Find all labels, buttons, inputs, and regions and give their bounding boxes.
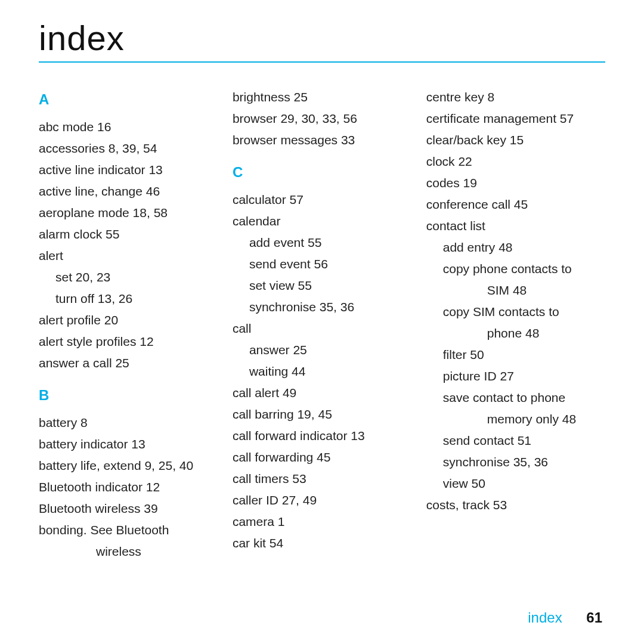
- index-subentry: send contact 51: [426, 430, 605, 451]
- index-subentry: set 20, 23: [39, 267, 206, 288]
- index-subentry: answer 25: [233, 339, 400, 361]
- index-subentry: add entry 48: [426, 237, 605, 258]
- index-entry: Bluetooth indicator 12: [39, 476, 206, 498]
- index-subentry: copy SIM contacts to: [426, 301, 605, 323]
- index-subentry: synchronise 35, 36: [233, 296, 400, 318]
- index-entry: bonding. See Bluetooth: [39, 519, 206, 541]
- index-entry: alert profile 20: [39, 309, 206, 331]
- column-1: A abc mode 16 accessories 8, 39, 54 acti…: [39, 86, 206, 562]
- index-entry: battery 8: [39, 412, 206, 434]
- index-entry: browser messages 33: [233, 129, 400, 151]
- index-subentry: picture ID 27: [426, 366, 605, 387]
- letter-b: B: [39, 385, 206, 406]
- index-entry: brightness 25: [233, 86, 400, 108]
- index-entry: centre key 8: [426, 86, 605, 108]
- index-subentry: set view 55: [233, 275, 400, 296]
- index-entry: call alert 49: [233, 382, 400, 404]
- index-subentry: copy phone contacts to: [426, 258, 605, 280]
- page-title: index: [39, 18, 605, 58]
- index-entry: battery life, extend 9, 25, 40: [39, 455, 206, 476]
- index-entry: aeroplane mode 18, 58: [39, 202, 206, 224]
- index-entry: call barring 19, 45: [233, 404, 400, 425]
- index-subentry-cont: phone 48: [426, 323, 605, 344]
- index-entry: call forwarding 45: [233, 447, 400, 468]
- index-entry: alert style profiles 12: [39, 331, 206, 352]
- index-columns: A abc mode 16 accessories 8, 39, 54 acti…: [39, 86, 605, 562]
- index-entry: caller ID 27, 49: [233, 490, 400, 511]
- index-entry: conference call 45: [426, 194, 605, 215]
- index-entry: certificate management 57: [426, 108, 605, 129]
- index-entry: alarm clock 55: [39, 224, 206, 245]
- index-entry: active line, change 46: [39, 181, 206, 202]
- index-entry: calendar: [233, 210, 400, 232]
- index-subentry-cont: SIM 48: [426, 280, 605, 301]
- index-subentry: send event 56: [233, 253, 400, 275]
- index-entry: accessories 8, 39, 54: [39, 138, 206, 159]
- index-entry: call: [233, 318, 400, 339]
- index-entry: battery indicator 13: [39, 434, 206, 455]
- index-entry: alert: [39, 245, 206, 267]
- letter-a: A: [39, 89, 206, 110]
- footer-section-label: index: [528, 609, 562, 626]
- index-subentry: filter 50: [426, 344, 605, 366]
- index-entry: clock 22: [426, 151, 605, 172]
- index-entry: call forward indicator 13: [233, 425, 400, 447]
- index-entry: call timers 53: [233, 468, 400, 490]
- column-3: centre key 8 certificate management 57 c…: [426, 86, 605, 562]
- index-entry: costs, track 53: [426, 494, 605, 516]
- index-entry: active line indicator 13: [39, 159, 206, 181]
- index-entry: clear/back key 15: [426, 129, 605, 151]
- index-entry: Bluetooth wireless 39: [39, 498, 206, 519]
- index-entry: camera 1: [233, 511, 400, 532]
- index-entry: calculator 57: [233, 189, 400, 210]
- letter-c: C: [233, 162, 400, 183]
- page-footer: index 61: [528, 609, 602, 626]
- index-subentry: add event 55: [233, 232, 400, 253]
- index-entry: car kit 54: [233, 532, 400, 554]
- index-subentry: synchronise 35, 36: [426, 451, 605, 473]
- index-entry: browser 29, 30, 33, 56: [233, 108, 400, 129]
- index-subentry: wireless: [39, 541, 206, 562]
- index-subentry: turn off 13, 26: [39, 288, 206, 309]
- index-entry: answer a call 25: [39, 352, 206, 374]
- index-entry: abc mode 16: [39, 116, 206, 138]
- index-subentry: view 50: [426, 473, 605, 494]
- index-entry: contact list: [426, 215, 605, 237]
- index-entry: codes 19: [426, 172, 605, 194]
- index-subentry: waiting 44: [233, 361, 400, 382]
- index-subentry: save contact to phone: [426, 387, 605, 408]
- index-subentry-cont: memory only 48: [426, 408, 605, 430]
- index-page: index A abc mode 16 accessories 8, 39, 5…: [39, 18, 605, 562]
- footer-page-number: 61: [586, 609, 602, 626]
- column-2: brightness 25 browser 29, 30, 33, 56 bro…: [233, 86, 400, 562]
- title-rule: [39, 61, 605, 63]
